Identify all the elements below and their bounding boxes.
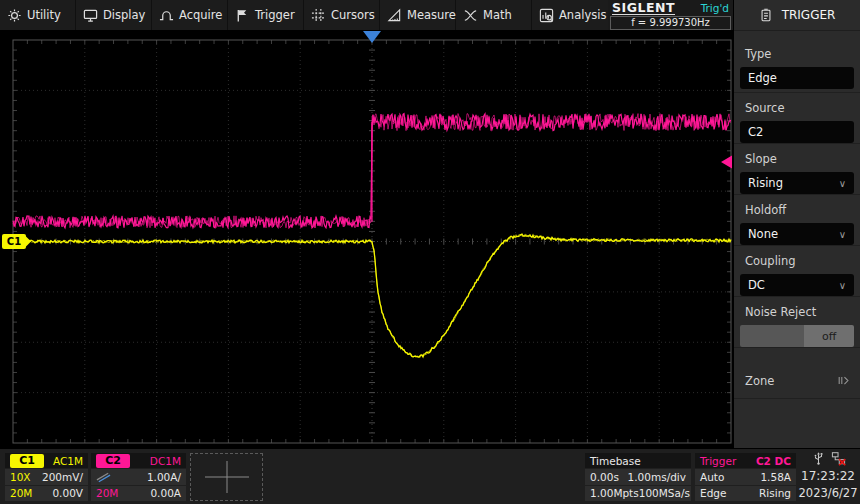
type-field[interactable]: Edge — [740, 67, 854, 89]
menu-item-utility[interactable]: Utility — [0, 0, 76, 30]
probe-slope-icon — [96, 470, 111, 484]
channel2-box[interactable]: C2 DC1M 1.00A/ 20M 0.00A — [91, 453, 186, 501]
channel2-badge: C2 — [96, 454, 130, 468]
timebase-box[interactable]: Timebase 0.00s 1.00ms/div 1.00Mpts 100MS… — [585, 453, 691, 501]
menu-item-label: Display — [103, 8, 145, 22]
menu-item-label: Trigger — [255, 8, 295, 22]
trigger-source-coupling: C2 DC — [756, 455, 791, 467]
slope-value: Rising — [748, 176, 783, 190]
menu-item-display[interactable]: Display — [76, 0, 152, 30]
cursors-icon — [311, 8, 326, 23]
clock-time[interactable]: 17:23:22 — [798, 468, 858, 485]
menu-item-label: Math — [483, 8, 512, 22]
timebase-memdepth: 1.00Mpts — [590, 487, 639, 499]
clock-date[interactable]: 2023/6/27 — [798, 485, 858, 501]
noise-reject-toggle[interactable]: off — [740, 325, 854, 347]
chevron-down-icon: ∨ — [839, 229, 846, 240]
source-field[interactable]: C2 — [740, 121, 854, 143]
section-slope: Slope Rising ∨ — [734, 144, 860, 195]
panel-title: TRIGGER — [782, 8, 836, 22]
frequency-counter: f = 9.999730Hz — [610, 16, 731, 30]
slope-dropdown[interactable]: Rising ∨ — [740, 172, 854, 194]
status-bar: C1 AC1M 10X 200mV/ 20M 0.00V C2 DC1M 1.0… — [0, 448, 860, 504]
noise-reject-label: Noise Reject — [745, 305, 854, 319]
channel2-offset: 0.00A — [150, 487, 181, 499]
trigger-level-marker[interactable] — [721, 155, 732, 168]
add-channel-placeholder[interactable] — [190, 453, 263, 501]
section-source: Source C2 — [734, 93, 860, 144]
coupling-value: DC — [748, 278, 765, 292]
channel2-scale: 1.00A/ — [147, 471, 181, 483]
timebase-title: Timebase — [590, 455, 641, 467]
usb-icon[interactable] — [811, 451, 826, 466]
brand-block: SIGLENT Trig'd f = 9.999730Hz — [608, 0, 733, 30]
math-icon — [463, 8, 478, 23]
waveform-display-area[interactable]: C1 — [0, 30, 733, 448]
menu-item-label: Analysis — [559, 8, 606, 22]
trigger-position-marker[interactable] — [363, 31, 381, 43]
source-label: Source — [745, 101, 854, 115]
menu-items: UtilityDisplayAcquireTriggerCursorsMeasu… — [0, 0, 612, 30]
channel1-box[interactable]: C1 AC1M 10X 200mV/ 20M 0.00V — [5, 453, 88, 501]
menu-item-math[interactable]: Math — [456, 0, 532, 30]
trigger-mode: Auto — [700, 471, 724, 483]
toggle-off-segment: off — [804, 325, 854, 347]
section-noise-reject: Noise Reject off — [734, 297, 860, 348]
holdoff-value: None — [748, 227, 778, 241]
display-icon — [83, 8, 98, 23]
analysis-icon — [539, 8, 554, 23]
toggle-on-segment — [740, 325, 804, 347]
chevron-down-icon: ∨ — [839, 178, 846, 189]
section-zone[interactable]: Zone — [734, 348, 860, 399]
flag-icon — [235, 8, 250, 23]
section-holdoff: Holdoff None ∨ — [734, 195, 860, 246]
trigger-panel-icon — [759, 8, 774, 23]
menu-item-cursors[interactable]: Cursors — [304, 0, 380, 30]
trigger-settings-panel: TRIGGER Type Edge Source C2 Slope Rising… — [733, 0, 860, 504]
menu-item-label: Measure — [407, 8, 456, 22]
panel-header: TRIGGER — [734, 0, 860, 31]
expand-right-icon — [837, 374, 852, 389]
trigger-box[interactable]: Trigger C2 DC Auto 1.58A Edge Rising — [695, 453, 796, 501]
trigger-slope: Rising — [759, 487, 791, 499]
channel1-bandwidth: 20M — [10, 487, 32, 499]
timebase-delay: 0.00s — [590, 471, 619, 483]
coupling-dropdown[interactable]: DC ∨ — [740, 274, 854, 296]
coupling-label: Coupling — [745, 254, 854, 268]
type-value: Edge — [748, 71, 777, 85]
menu-item-acquire[interactable]: Acquire — [152, 0, 228, 30]
trigger-status-indicator: Trig'd — [701, 2, 729, 14]
lan-error-icon[interactable] — [831, 451, 846, 466]
timebase-samplerate: 100MSa/s — [639, 487, 690, 499]
menu-item-trigger[interactable]: Trigger — [228, 0, 304, 30]
gear-icon — [7, 8, 22, 23]
channel1-scale: 200mV/ — [42, 471, 83, 483]
crosshair-icon — [199, 457, 255, 497]
channel1-badge: C1 — [10, 454, 44, 468]
section-type: Type Edge — [734, 31, 860, 93]
waveform-graticule[interactable]: C1 — [0, 30, 733, 448]
trigger-type: Edge — [700, 487, 726, 499]
zone-label: Zone — [745, 374, 774, 388]
siglent-logo: SIGLENT — [612, 1, 675, 15]
slope-label: Slope — [745, 152, 854, 166]
system-status: 17:23:22 2023/6/27 — [798, 451, 858, 503]
menu-item-label: Acquire — [179, 8, 222, 22]
menu-item-label: Cursors — [331, 8, 375, 22]
channel1-attenuation: 10X — [10, 471, 31, 483]
source-value: C2 — [748, 125, 763, 139]
trigger-level: 1.58A — [760, 471, 791, 483]
timebase-scale: 1.00ms/div — [628, 471, 686, 483]
menu-item-analysis[interactable]: Analysis — [532, 0, 612, 30]
menu-item-measure[interactable]: Measure — [380, 0, 456, 30]
acquire-icon — [159, 8, 174, 23]
measure-icon — [387, 8, 402, 23]
menu-item-label: Utility — [27, 8, 61, 22]
section-coupling: Coupling DC ∨ — [734, 246, 860, 297]
holdoff-dropdown[interactable]: None ∨ — [740, 223, 854, 245]
channel1-coupling: AC1M — [53, 455, 83, 467]
chevron-down-icon: ∨ — [839, 280, 846, 291]
channel2-bandwidth: 20M — [96, 487, 118, 499]
channel1-offset: 0.00V — [52, 487, 83, 499]
type-label: Type — [745, 47, 854, 61]
